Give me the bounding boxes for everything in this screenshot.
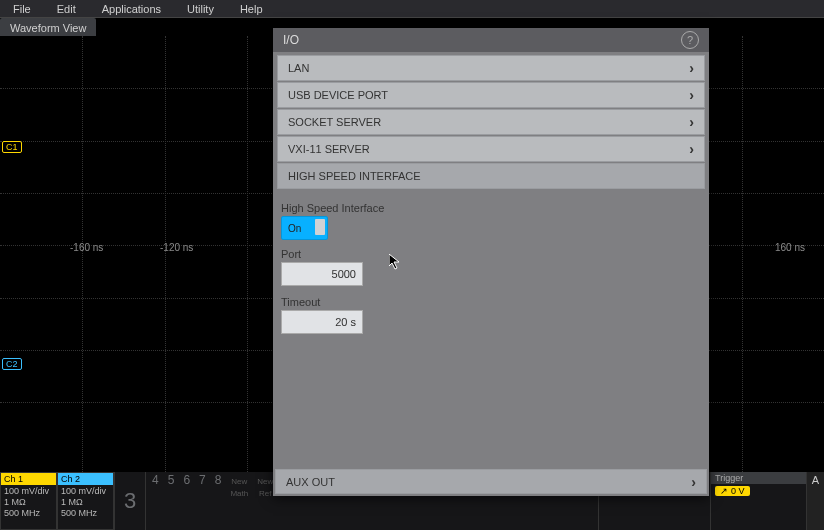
right-column[interactable]: A: [806, 472, 824, 530]
panel-body: High Speed Interface On Port 5000 Timeou…: [273, 192, 709, 467]
channel-bandwidth: 500 MHz: [61, 508, 110, 519]
channel-add-6[interactable]: 6: [183, 475, 190, 486]
channel-scale: 100 mV/div: [61, 486, 110, 497]
channel-box-ch1[interactable]: Ch 1 100 mV/div 1 MΩ 500 MHz: [0, 472, 57, 530]
channel-impedance: 1 MΩ: [4, 497, 53, 508]
channel-bandwidth: 500 MHz: [4, 508, 53, 519]
chevron-right-icon: ›: [689, 87, 694, 103]
channel-add-7[interactable]: 7: [199, 475, 206, 486]
panel-title: I/O: [283, 33, 299, 47]
new-math-button[interactable]: NewMath: [230, 475, 248, 499]
timeout-input[interactable]: 20 s: [281, 310, 363, 334]
chevron-right-icon: ›: [689, 114, 694, 130]
trigger-box[interactable]: Trigger ↗ 0 V: [710, 472, 806, 530]
menu-utility[interactable]: Utility: [174, 3, 227, 15]
channel-add-3[interactable]: 3: [114, 472, 145, 530]
port-input[interactable]: 5000: [281, 262, 363, 286]
toggle-knob: [315, 219, 325, 235]
menu-applications[interactable]: Applications: [89, 3, 174, 15]
panel-item-auxout[interactable]: AUX OUT ›: [275, 469, 707, 494]
hsi-toggle[interactable]: On: [281, 216, 328, 240]
channel-marker-c1[interactable]: C1: [2, 141, 22, 153]
menu-edit[interactable]: Edit: [44, 3, 89, 15]
panel-item-label: USB DEVICE PORT: [288, 89, 388, 101]
menu-file[interactable]: File: [0, 3, 44, 15]
new-ref-button[interactable]: NewRef: [257, 475, 273, 499]
channel-marker-c2[interactable]: C2: [2, 358, 22, 370]
view-tab[interactable]: Waveform View: [0, 18, 96, 37]
help-icon[interactable]: ?: [681, 31, 699, 49]
panel-item-usb[interactable]: USB DEVICE PORT ›: [277, 82, 705, 108]
time-label: -160 ns: [70, 242, 103, 253]
chevron-right-icon: ›: [689, 60, 694, 76]
io-panel: I/O ? LAN › USB DEVICE PORT › SOCKET SER…: [273, 28, 709, 496]
panel-item-label: SOCKET SERVER: [288, 116, 381, 128]
trigger-level-badge: ↗ 0 V: [715, 486, 750, 496]
panel-item-label: VXI-11 SERVER: [288, 143, 370, 155]
channel-impedance: 1 MΩ: [61, 497, 110, 508]
panel-item-label: AUX OUT: [286, 476, 335, 488]
channel-name: Ch 1: [1, 473, 56, 485]
port-label: Port: [281, 248, 701, 260]
panel-item-hsi[interactable]: HIGH SPEED INTERFACE: [277, 163, 705, 189]
menu-help[interactable]: Help: [227, 3, 276, 15]
time-label: 160 ns: [775, 242, 805, 253]
trigger-title: Trigger: [711, 472, 806, 484]
panel-item-label: HIGH SPEED INTERFACE: [288, 170, 421, 182]
panel-item-vxi11[interactable]: VXI-11 SERVER ›: [277, 136, 705, 162]
menubar: File Edit Applications Utility Help: [0, 0, 824, 18]
channel-box-ch2[interactable]: Ch 2 100 mV/div 1 MΩ 500 MHz: [57, 472, 114, 530]
hsi-label: High Speed Interface: [281, 202, 701, 214]
chevron-right-icon: ›: [689, 141, 694, 157]
panel-list: LAN › USB DEVICE PORT › SOCKET SERVER › …: [273, 52, 709, 192]
toggle-state-label: On: [288, 223, 301, 234]
trigger-level: 0 V: [731, 486, 745, 496]
chevron-right-icon: ›: [691, 474, 696, 490]
channel-name: Ch 2: [58, 473, 113, 485]
panel-item-label: LAN: [288, 62, 309, 74]
channel-add-8[interactable]: 8: [215, 475, 222, 486]
panel-item-socket[interactable]: SOCKET SERVER ›: [277, 109, 705, 135]
trigger-edge-icon: ↗: [720, 486, 728, 496]
timeout-label: Timeout: [281, 296, 701, 308]
panel-item-lan[interactable]: LAN ›: [277, 55, 705, 81]
time-label: -120 ns: [160, 242, 193, 253]
channel-scale: 100 mV/div: [4, 486, 53, 497]
channel-add-5[interactable]: 5: [168, 475, 175, 486]
panel-header: I/O ?: [273, 28, 709, 52]
channel-add-4[interactable]: 4: [152, 475, 159, 486]
